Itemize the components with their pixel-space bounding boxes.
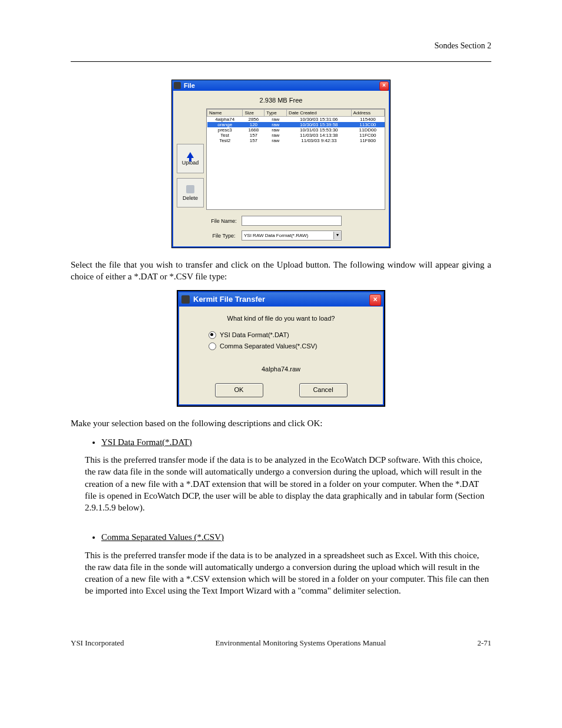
- bullet-csv-body: This is the preferred transfer mode if t…: [85, 549, 491, 597]
- col-name[interactable]: Name: [207, 110, 243, 117]
- table-row[interactable]: Test2157raw11/03/03 9:42:3311F800: [207, 138, 385, 143]
- radio-csv[interactable]: Comma Separated Values(*.CSV): [209, 342, 371, 350]
- table-row[interactable]: Test157raw11/03/03 14:13:3811FC00: [207, 133, 385, 138]
- upload-button[interactable]: Upload: [177, 144, 204, 173]
- header-rule: [71, 61, 491, 62]
- bullet-csv: Comma Separated Values (*.CSV) This is t…: [101, 531, 491, 597]
- bullet-dat-body: This is the preferred transfer mode if t…: [85, 454, 491, 513]
- col-address[interactable]: Address: [351, 110, 384, 117]
- kermit-title: Kermit File Transfer: [193, 295, 265, 304]
- file-type-value: YSI RAW Data Format(*.RAW): [244, 233, 308, 238]
- delete-button[interactable]: Delete: [177, 178, 204, 207]
- table-row[interactable]: presc31668raw10/31/03 15:53:3011DD00: [207, 127, 385, 133]
- col-date[interactable]: Date Created: [287, 110, 351, 117]
- close-icon[interactable]: ×: [369, 294, 381, 306]
- delete-button-label: Delete: [183, 195, 198, 201]
- col-type[interactable]: Type: [265, 110, 287, 117]
- file-name-input[interactable]: [242, 216, 342, 226]
- bullet-dat-head: YSI Data Format(*.DAT): [101, 437, 192, 447]
- footer-center: Environmental Monitoring Systems Operati…: [216, 638, 386, 648]
- radio-icon: [209, 342, 216, 350]
- footer-left: YSI Incorporated: [71, 638, 124, 648]
- file-name-label: File Name:: [206, 218, 242, 224]
- radio-dat[interactable]: YSI Data Format(*.DAT): [209, 331, 371, 339]
- app-icon: [174, 82, 181, 89]
- kermit-titlebar[interactable]: Kermit File Transfer ×: [178, 291, 384, 307]
- free-space-label: 2.938 MB Free: [177, 94, 385, 108]
- kermit-dialog: Kermit File Transfer × What kind of file…: [177, 291, 385, 406]
- file-type-label: File Type:: [206, 233, 242, 239]
- cancel-button[interactable]: Cancel: [299, 383, 348, 397]
- kermit-question: What kind of file do you want to load?: [191, 315, 371, 322]
- app-icon: [181, 295, 190, 304]
- radio-csv-label: Comma Separated Values(*.CSV): [220, 342, 317, 350]
- page-footer: YSI Incorporated Environmental Monitorin…: [0, 638, 562, 648]
- file-list[interactable]: Name Size Type Date Created Address 4alp…: [206, 108, 385, 210]
- chevron-down-icon[interactable]: ▼: [333, 232, 341, 239]
- col-size[interactable]: Size: [243, 110, 265, 117]
- file-dialog-titlebar[interactable]: File ×: [172, 80, 390, 91]
- file-dialog: File × 2.938 MB Free Upload: [172, 80, 390, 248]
- file-type-select[interactable]: YSI RAW Data Format(*.RAW) ▼: [242, 230, 342, 241]
- upload-arrow-icon: [187, 152, 194, 158]
- paragraph-1: Select the file that you wish to transfe…: [71, 259, 491, 283]
- bullet-csv-head: Comma Separated Values (*.CSV): [101, 532, 224, 542]
- trash-icon: [186, 185, 194, 193]
- kermit-file-shown: 4alpha74.raw: [191, 365, 371, 373]
- radio-dat-label: YSI Data Format(*.DAT): [220, 331, 289, 338]
- radio-icon: [209, 331, 216, 339]
- table-row[interactable]: 4alpha742856raw10/30/03 15:31:06115400: [207, 117, 385, 123]
- table-row[interactable]: orange120raw10/30/03 15:39:58113C00: [207, 122, 385, 127]
- footer-right: 2-71: [477, 638, 491, 648]
- file-dialog-title: File: [184, 82, 195, 89]
- close-icon[interactable]: ×: [379, 81, 389, 91]
- bullet-dat: YSI Data Format(*.DAT) This is the prefe…: [101, 436, 491, 514]
- paragraph-2: Make your selection based on the followi…: [71, 417, 491, 429]
- ok-button[interactable]: OK: [215, 383, 263, 397]
- header-section: Sondes Section 2: [435, 41, 491, 51]
